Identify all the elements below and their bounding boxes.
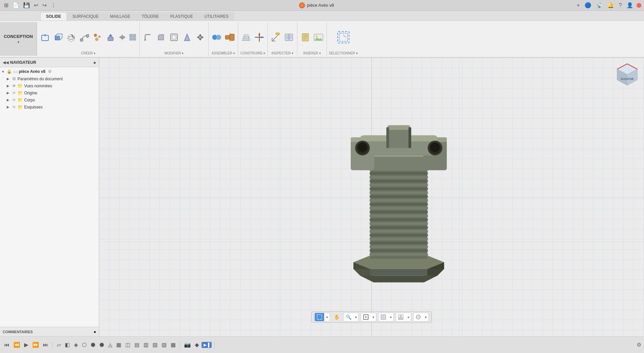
sweep-btn[interactable] xyxy=(78,31,90,43)
display-mode-dropdown[interactable]: ▾ xyxy=(388,313,393,321)
move-btn[interactable] xyxy=(194,31,206,43)
timeline-icon3[interactable]: ◈ xyxy=(73,341,79,349)
help-icon[interactable]: ? xyxy=(617,2,623,9)
shading-btn[interactable] xyxy=(396,313,405,321)
inspecter-label: INSPECTER ▾ xyxy=(271,51,293,55)
play-icon[interactable]: ▶ xyxy=(23,341,30,349)
timeline-icon6[interactable]: ⬣ xyxy=(98,341,105,349)
viewcube[interactable]: GAUCHE xyxy=(614,61,641,88)
zoom-dropdown[interactable]: ▾ xyxy=(353,313,358,321)
tab-surfacique[interactable]: SURFACIQUE xyxy=(67,12,104,20)
vues-arrow[interactable]: ▶ xyxy=(7,84,11,88)
undo-icon[interactable]: ↩ xyxy=(33,1,40,9)
add-tab-icon[interactable]: + xyxy=(575,2,581,9)
tree-parametres[interactable]: ▶ ⚙ Paramètres du document xyxy=(0,75,99,82)
pan-btn[interactable]: ✋ xyxy=(332,313,341,321)
measure-btn[interactable] xyxy=(270,31,282,43)
user-icon[interactable]: 👤 xyxy=(625,1,635,9)
timeline-icon14[interactable]: ▩ xyxy=(169,341,177,349)
tab-solide[interactable]: SOLIDE xyxy=(40,12,67,20)
origine-arrow[interactable]: ▶ xyxy=(7,91,11,95)
file-icon[interactable]: 📄 xyxy=(11,1,20,9)
chamfer-btn[interactable] xyxy=(155,31,167,43)
conception-button[interactable]: CONCEPTION ▾ xyxy=(0,22,37,56)
shell-btn[interactable] xyxy=(168,31,180,43)
select-box-btn[interactable] xyxy=(315,313,324,321)
revolution-btn[interactable] xyxy=(65,31,77,43)
svg-rect-79 xyxy=(370,195,428,197)
env-dropdown[interactable]: ▾ xyxy=(423,313,428,321)
display-mode-btn[interactable] xyxy=(379,313,388,321)
next-frame-icon[interactable]: ⏩ xyxy=(31,341,40,349)
tab-tolerie[interactable]: TÔLERIE xyxy=(136,12,165,20)
timeline-icon5[interactable]: ⬢ xyxy=(89,341,97,349)
prev-frame-icon[interactable]: ⏪ xyxy=(12,341,22,349)
extrude-btn[interactable] xyxy=(52,31,64,43)
insert-mcad-btn[interactable] xyxy=(299,31,311,43)
broadcast-icon[interactable]: 📡 xyxy=(595,1,604,9)
svg-marker-31 xyxy=(197,36,199,39)
select-mode-dropdown[interactable]: ▾ xyxy=(324,313,330,321)
apps-icon[interactable]: ⊞ xyxy=(3,1,10,9)
zoom-fit-btn[interactable] xyxy=(361,313,371,321)
timeline-icon4[interactable]: ⬡ xyxy=(81,341,88,349)
tree-corps[interactable]: ▶ 👁 📁 Corps xyxy=(0,96,99,103)
statusbar-right-icon[interactable]: ⚙ xyxy=(637,342,641,348)
axis-btn[interactable] xyxy=(253,31,265,43)
tab-plastique[interactable]: PLASTIQUE xyxy=(165,12,199,20)
timeline-icon8[interactable]: ▦ xyxy=(115,341,123,349)
keyframe-icon[interactable]: ◆ xyxy=(194,341,200,349)
plane-btn[interactable] xyxy=(240,31,252,43)
notification-icon[interactable]: 🔔 xyxy=(606,1,615,9)
tab-maillage[interactable]: MAILLAGE xyxy=(104,12,136,20)
tree-esquisses[interactable]: ▶ 👁 📁 Esquisses xyxy=(0,103,99,111)
tree-collapse-arrow[interactable]: ▼ xyxy=(1,70,5,74)
more-icon[interactable]: ⋮ xyxy=(49,1,57,9)
timeline-icon13[interactable]: ▨ xyxy=(160,341,168,349)
zoom-btn[interactable]: 🔍 xyxy=(344,313,353,321)
new-component-btn[interactable] xyxy=(39,31,51,43)
parametres-arrow[interactable]: ▶ xyxy=(7,77,11,81)
mirror-btn[interactable] xyxy=(118,33,127,42)
timeline-icon1[interactable]: ▱ xyxy=(55,341,62,349)
select-btn[interactable] xyxy=(337,31,349,43)
env-btn[interactable] xyxy=(414,313,423,321)
pattern-btn[interactable] xyxy=(128,33,137,42)
close-button[interactable] xyxy=(637,3,641,8)
last-frame-icon[interactable]: ⏭ xyxy=(42,341,50,349)
loft-btn[interactable] xyxy=(91,31,103,43)
timeline-icon9[interactable]: ◫ xyxy=(124,341,132,349)
cloud-icon[interactable]: 🔵 xyxy=(583,1,593,9)
timeline-icon11[interactable]: ▥ xyxy=(142,341,150,349)
comments-pin-icon[interactable]: ● xyxy=(94,329,96,334)
tab-utilitaires[interactable]: UTILITAIRES xyxy=(199,12,234,20)
first-frame-icon[interactable]: ⏮ xyxy=(3,341,11,349)
fillet-btn[interactable] xyxy=(142,31,154,43)
joint-btn[interactable] xyxy=(211,31,223,43)
svg-rect-73 xyxy=(370,172,428,174)
shading-dropdown[interactable]: ▾ xyxy=(405,313,411,321)
tree-root-item[interactable]: ▼ 🔒 ▭ pièce Avéo v8 ⚙ xyxy=(0,68,99,75)
tree-settings-icon[interactable]: ⚙ xyxy=(48,69,52,74)
timeline-icon2[interactable]: ◧ xyxy=(63,341,71,349)
nav-pin-icon[interactable]: ● xyxy=(93,60,96,65)
zoom-fit-dropdown[interactable]: ▾ xyxy=(371,313,376,321)
timeline-icon7[interactable]: ◬ xyxy=(107,341,114,349)
draft-btn[interactable] xyxy=(181,31,193,43)
tree-vues[interactable]: ▶ 👁 📁 Vues nommées xyxy=(0,82,99,89)
nav-back-icon[interactable]: ◀◀ xyxy=(3,60,9,65)
viewport[interactable]: GAUCHE ▾ ✋ 🔍 ▾ xyxy=(99,58,644,336)
save-icon[interactable]: 💾 xyxy=(22,1,31,9)
camera-icon[interactable]: 📷 xyxy=(183,341,192,349)
tree-origine[interactable]: ▶ 👁 📁 Origine xyxy=(0,89,99,96)
animation-active-icon[interactable]: ▶▐ xyxy=(202,342,212,348)
pull-btn[interactable] xyxy=(104,31,117,43)
timeline-icon12[interactable]: ▧ xyxy=(151,341,159,349)
align-btn[interactable] xyxy=(224,31,236,43)
esquisses-arrow[interactable]: ▶ xyxy=(7,105,11,109)
timeline-icon10[interactable]: ▤ xyxy=(133,341,141,349)
section-btn[interactable] xyxy=(283,31,295,43)
insert-image-btn[interactable] xyxy=(312,31,325,43)
redo-icon[interactable]: ↪ xyxy=(41,1,48,9)
corps-arrow[interactable]: ▶ xyxy=(7,98,11,102)
